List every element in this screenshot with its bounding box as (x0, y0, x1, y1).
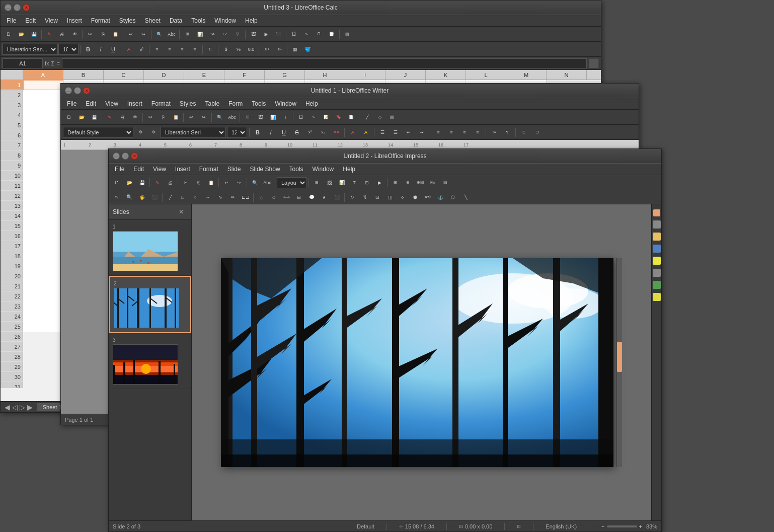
w-shape-btn[interactable]: ◇ (373, 112, 385, 123)
d-panview-btn[interactable]: 🖐 (136, 192, 148, 203)
d-curve-btn[interactable]: ∿ (214, 192, 226, 203)
align-center-btn[interactable]: ≡ (164, 44, 176, 55)
col-header-M[interactable]: M (506, 70, 547, 80)
save-btn[interactable]: 💾 (28, 29, 40, 40)
col-header-F[interactable]: F (224, 70, 265, 80)
row-num-23[interactable]: 23 (1, 301, 23, 312)
impress-menu-window[interactable]: Window (308, 165, 338, 174)
calc-extra4[interactable]: 📑 (326, 29, 338, 40)
i-print-btn[interactable]: 🖨 (164, 177, 176, 188)
writer-menu-edit[interactable]: Edit (82, 99, 100, 108)
writer-menu-tools[interactable]: Tools (248, 99, 270, 108)
w-redo-btn[interactable]: ↪ (198, 112, 210, 123)
row-num-10[interactable]: 10 (1, 171, 23, 181)
i-paste-btn[interactable]: 📋 (205, 177, 217, 188)
w-textbox-btn[interactable]: T (279, 112, 291, 123)
bold-btn[interactable]: B (82, 44, 94, 55)
cell[interactable] (23, 140, 63, 150)
row-num-21[interactable]: 21 (1, 281, 23, 291)
w-save-btn[interactable]: 💾 (88, 112, 100, 123)
w-paste-btn[interactable]: 📋 (170, 112, 182, 123)
slide-thumb-1[interactable]: 1 (109, 220, 191, 276)
i-grid-btn[interactable]: ⊞ (389, 177, 401, 188)
w-para-btn[interactable]: ¶ (501, 127, 513, 138)
d-zoom-btn[interactable]: 🔍 (123, 192, 135, 203)
paste-btn[interactable]: 📋 (109, 29, 121, 40)
calc-font-name[interactable]: Liberation San... (3, 44, 58, 55)
slide-canvas[interactable] (221, 258, 613, 467)
impress-menu-tools[interactable]: Tools (285, 165, 307, 174)
row-num-27[interactable]: 27 (1, 342, 23, 352)
cell[interactable] (23, 241, 63, 251)
i-table-btn[interactable]: ⊞ (311, 177, 323, 188)
impress-menu-insert[interactable]: Insert (171, 165, 194, 174)
i-image-btn[interactable]: 🖼 (323, 177, 335, 188)
d-rect-btn[interactable]: □ (177, 192, 189, 203)
col-header-A[interactable]: A (23, 70, 63, 80)
row-num-30[interactable]: 30 (1, 372, 23, 382)
calc-menu-edit[interactable]: Edit (21, 16, 40, 25)
col-header-E[interactable]: E (184, 70, 224, 80)
rp-btn-3[interactable] (653, 233, 661, 241)
w-highlight-btn[interactable]: A (360, 127, 372, 138)
cell[interactable] (23, 211, 63, 221)
sheet-nav-arrows[interactable]: ◀ ◁ ▷ ▶ (5, 403, 33, 411)
percent-btn[interactable]: % (233, 44, 245, 55)
writer-close-button[interactable]: ✕ (83, 87, 90, 94)
row-num-9[interactable]: 9 (1, 161, 23, 171)
d-flip-btn[interactable]: ⇅ (359, 192, 371, 203)
w-underline-btn[interactable]: U (278, 127, 290, 138)
col-header-B[interactable]: B (63, 70, 104, 80)
row-num-12[interactable]: 12 (1, 191, 23, 201)
calc-close-button[interactable]: ✕ (23, 4, 30, 11)
row-num-7[interactable]: 7 (1, 140, 23, 150)
col-header-I[interactable]: I (345, 70, 385, 80)
calc-font-size[interactable]: 10 (58, 44, 79, 55)
w-new-btn[interactable]: 🗋 (63, 112, 75, 123)
w-open-btn[interactable]: 📂 (75, 112, 88, 123)
formula-input[interactable] (62, 58, 587, 68)
scroll-thumb[interactable] (617, 342, 622, 372)
calc-extra2[interactable]: ∿ (300, 29, 313, 40)
w-table-btn[interactable]: ⊞ (242, 112, 254, 123)
col-header-O[interactable]: O (587, 70, 601, 80)
insert-shape-btn[interactable]: ◉ (260, 29, 272, 40)
d-group-btn[interactable]: ⊡ (371, 192, 383, 203)
w-extra3[interactable]: 📑 (345, 112, 357, 123)
impress-zoom-section[interactable]: − + 83% (601, 523, 657, 529)
formula-expand-btn[interactable] (589, 58, 599, 68)
row-num-16[interactable]: 16 (1, 231, 23, 241)
d-diamond-btn[interactable]: ◇ (255, 192, 267, 203)
dec-decimal-btn[interactable]: .0- (273, 44, 285, 55)
d-callout-btn[interactable]: 💬 (305, 192, 318, 203)
w-subscript-btn[interactable]: x₂ (317, 127, 329, 138)
fill-color-btn[interactable]: 🪣 (301, 44, 314, 55)
calc-menu-window[interactable]: Window (210, 16, 240, 25)
col-header-H[interactable]: H (305, 70, 345, 80)
row-num-28[interactable]: 28 (1, 352, 23, 362)
w-list-ordered-btn[interactable]: ☰ (390, 127, 402, 138)
impress-menu-format[interactable]: Format (195, 165, 222, 174)
w-linespacing-btn[interactable]: ↕≡ (488, 127, 500, 138)
writer-menu-view[interactable]: View (101, 99, 122, 108)
i-open-btn[interactable]: 📂 (123, 177, 135, 188)
w-edit-btn[interactable]: ✎ (104, 112, 116, 123)
w-preview-btn[interactable]: 👁 (129, 112, 141, 123)
edit-btn[interactable]: ✎ (43, 29, 55, 40)
i-media-btn[interactable]: ▶ (373, 177, 385, 188)
calc-menu-styles[interactable]: Styles (115, 16, 140, 25)
writer-font-size[interactable]: 12 (227, 127, 247, 138)
zoom-slider[interactable] (607, 525, 637, 527)
cell[interactable] (23, 221, 63, 231)
cell[interactable] (23, 201, 63, 211)
row-num-15[interactable]: 15 (1, 221, 23, 231)
impress-window-controls[interactable]: — □ ✕ (113, 153, 138, 160)
rp-btn-4[interactable] (653, 245, 661, 253)
d-edit2-btn[interactable]: ⬟ (409, 192, 421, 203)
row-num-14[interactable]: 14 (1, 211, 23, 221)
col-header-K[interactable]: K (426, 70, 466, 80)
impress-close-button[interactable]: ✕ (131, 153, 138, 160)
d-rotate-btn[interactable]: ↻ (346, 192, 358, 203)
d-extra1[interactable]: ⬡ (447, 192, 459, 203)
w-clearformat-btn[interactable]: ✕A (330, 127, 342, 138)
